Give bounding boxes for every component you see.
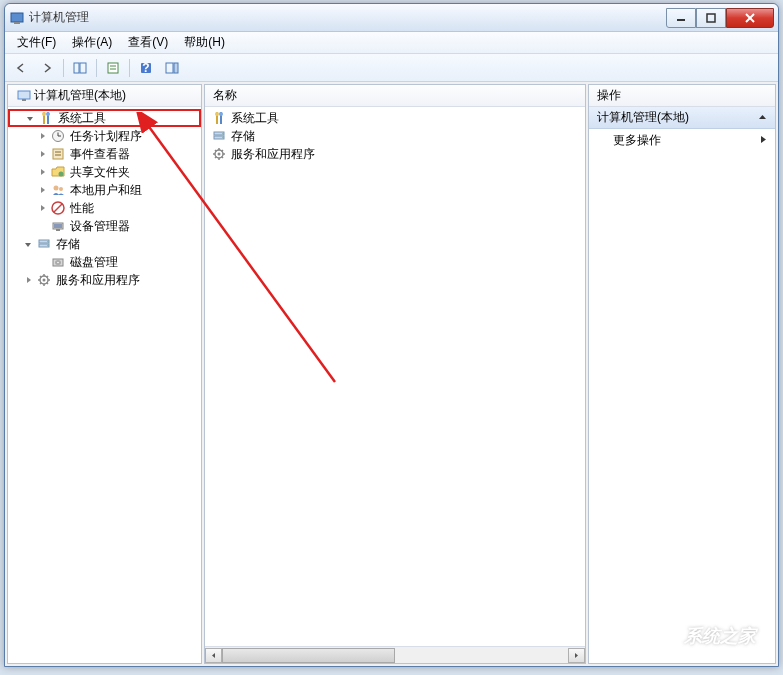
expand-icon[interactable]	[36, 130, 48, 142]
tools-icon	[38, 110, 54, 126]
menu-action[interactable]: 操作(A)	[64, 32, 120, 53]
svg-rect-15	[18, 91, 30, 99]
tree-node-label: 磁盘管理	[68, 254, 118, 271]
list-item[interactable]: 系统工具	[205, 109, 585, 127]
svg-rect-6	[74, 63, 79, 73]
expand-icon[interactable]	[36, 202, 48, 214]
disk-icon	[50, 254, 66, 270]
expand-icon[interactable]	[22, 238, 34, 250]
list-item-label: 系统工具	[231, 110, 279, 127]
app-icon	[9, 10, 25, 26]
scroll-right-button[interactable]	[568, 648, 585, 663]
tree-node[interactable]: 性能	[8, 199, 201, 217]
svg-text:?: ?	[142, 61, 149, 75]
help-button[interactable]: ?	[134, 57, 158, 79]
tree-node[interactable]: 任务计划程序	[8, 127, 201, 145]
submenu-arrow-icon	[760, 133, 767, 147]
tree-node-label: 设备管理器	[68, 218, 130, 235]
svg-rect-3	[707, 14, 715, 22]
svg-rect-8	[108, 63, 118, 73]
tree-node[interactable]: 事件查看器	[8, 145, 201, 163]
list-item-label: 服务和应用程序	[231, 146, 315, 163]
content-area: 计算机管理(本地) 系统工具任务计划程序事件查看器共享文件夹本地用户和组性能设备…	[5, 82, 778, 666]
maximize-button[interactable]	[696, 8, 726, 28]
clock-icon	[50, 128, 66, 144]
tree-node-label: 任务计划程序	[68, 128, 142, 145]
expand-icon[interactable]	[36, 148, 48, 160]
close-button[interactable]	[726, 8, 774, 28]
show-hide-tree-button[interactable]	[68, 57, 92, 79]
list-column-header[interactable]: 名称	[205, 85, 585, 107]
toolbar-separator	[96, 59, 97, 77]
svg-line-31	[54, 204, 62, 212]
tree-node-label: 系统工具	[56, 110, 106, 127]
storage-icon	[211, 128, 227, 144]
toolbar-separator	[63, 59, 64, 77]
tree-root-label: 计算机管理(本地)	[34, 87, 126, 104]
svg-rect-13	[166, 63, 173, 73]
menu-file[interactable]: 文件(F)	[9, 32, 64, 53]
window-title: 计算机管理	[29, 9, 666, 26]
list-item[interactable]: 服务和应用程序	[205, 145, 585, 163]
svg-point-29	[59, 187, 63, 191]
storage-icon	[36, 236, 52, 252]
expand-icon[interactable]	[22, 274, 34, 286]
tree-node[interactable]: 本地用户和组	[8, 181, 201, 199]
toolbar: ?	[5, 54, 778, 82]
svg-point-46	[215, 112, 219, 116]
show-action-pane-button[interactable]	[160, 57, 184, 79]
svg-point-50	[222, 133, 224, 135]
properties-button[interactable]	[101, 57, 125, 79]
tree-panel: 计算机管理(本地) 系统工具任务计划程序事件查看器共享文件夹本地用户和组性能设备…	[7, 84, 202, 664]
forward-button[interactable]	[35, 57, 59, 79]
action-section[interactable]: 计算机管理(本地)	[589, 107, 775, 129]
svg-point-41	[57, 262, 59, 264]
tree-node[interactable]: 磁盘管理	[8, 253, 201, 271]
performance-icon	[50, 200, 66, 216]
menu-view[interactable]: 查看(V)	[120, 32, 176, 53]
folder-share-icon	[50, 164, 66, 180]
menu-help[interactable]: 帮助(H)	[176, 32, 233, 53]
tree-node[interactable]: 设备管理器	[8, 217, 201, 235]
tree-node-label: 存储	[54, 236, 80, 253]
svg-rect-1	[14, 22, 20, 24]
main-window: 计算机管理 文件(F) 操作(A) 查看(V) 帮助(H) ? 计算机管理(本地…	[4, 3, 779, 667]
horizontal-scrollbar[interactable]	[205, 646, 585, 663]
tree-node[interactable]: 存储	[8, 235, 201, 253]
scroll-track[interactable]	[222, 648, 568, 663]
action-item-label: 更多操作	[613, 132, 661, 149]
back-button[interactable]	[9, 57, 33, 79]
expand-icon[interactable]	[36, 184, 48, 196]
services-icon	[36, 272, 52, 288]
tree-body: 系统工具任务计划程序事件查看器共享文件夹本地用户和组性能设备管理器存储磁盘管理服…	[8, 107, 201, 291]
minimize-button[interactable]	[666, 8, 696, 28]
titlebar[interactable]: 计算机管理	[5, 4, 778, 32]
tools-icon	[211, 110, 227, 126]
action-item[interactable]: 更多操作	[589, 129, 775, 151]
svg-rect-7	[80, 63, 86, 73]
tree-node[interactable]: 共享文件夹	[8, 163, 201, 181]
scroll-thumb[interactable]	[222, 648, 395, 663]
svg-point-19	[42, 112, 46, 116]
column-name-label: 名称	[213, 87, 237, 104]
users-icon	[50, 182, 66, 198]
tree-node[interactable]: 系统工具	[8, 109, 201, 127]
expand-icon[interactable]	[36, 166, 48, 178]
svg-point-43	[43, 279, 46, 282]
action-header-label: 操作	[597, 87, 621, 104]
action-panel: 操作 计算机管理(本地) 更多操作	[588, 84, 776, 664]
list-item[interactable]: 存储	[205, 127, 585, 145]
device-icon	[50, 218, 66, 234]
svg-rect-16	[22, 99, 26, 101]
tree-node-label: 事件查看器	[68, 146, 130, 163]
svg-point-20	[46, 112, 50, 116]
svg-rect-33	[54, 224, 62, 228]
tree-node[interactable]: 服务和应用程序	[8, 271, 201, 289]
svg-point-28	[54, 186, 59, 191]
svg-point-38	[47, 245, 49, 247]
tree-root-node[interactable]: 计算机管理(本地)	[8, 85, 201, 107]
scroll-left-button[interactable]	[205, 648, 222, 663]
svg-point-27	[59, 172, 64, 177]
svg-point-53	[218, 153, 221, 156]
expand-icon[interactable]	[24, 112, 36, 124]
